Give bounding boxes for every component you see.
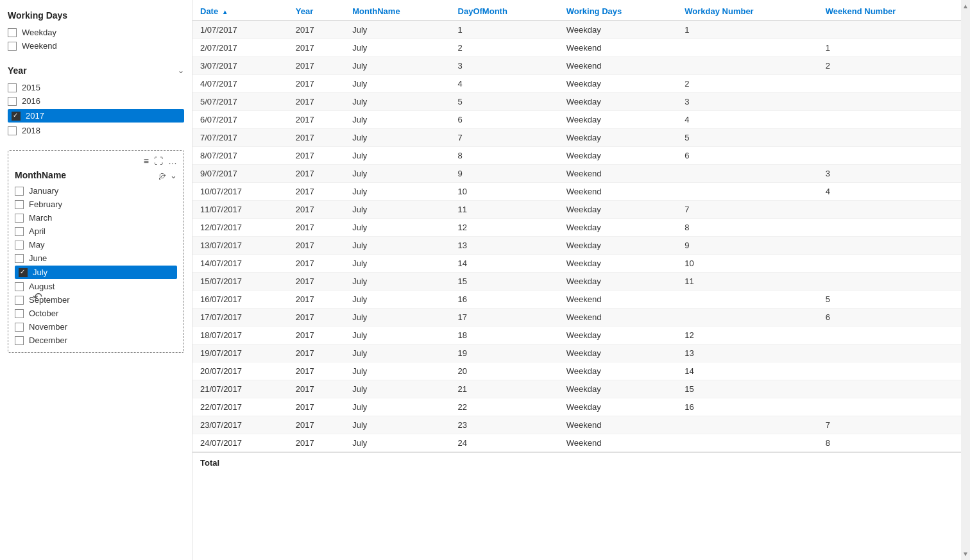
- year-2016-checkbox[interactable]: [8, 97, 17, 106]
- table-cell: 3: [677, 93, 818, 111]
- table-cell: 19: [450, 344, 559, 362]
- table-footer: Total: [192, 452, 961, 473]
- month-july[interactable]: July: [15, 266, 177, 279]
- table-cell: 16/07/2017: [192, 291, 288, 309]
- table-cell: Weekday: [559, 147, 677, 165]
- year-item-2016[interactable]: 2016: [8, 94, 184, 108]
- weekend-checkbox[interactable]: [8, 42, 17, 51]
- year-filter-header: Year ⌄: [8, 65, 184, 76]
- month-may[interactable]: May: [15, 238, 177, 251]
- table-cell: 12: [450, 219, 559, 237]
- year-2015-checkbox[interactable]: [8, 83, 17, 92]
- col-date[interactable]: Date ▲: [192, 0, 288, 21]
- table-cell: Weekday: [559, 93, 677, 111]
- table-cell: July: [345, 57, 450, 75]
- table-cell: Weekend: [559, 309, 677, 327]
- august-checkbox[interactable]: [15, 282, 24, 291]
- february-checkbox[interactable]: [15, 200, 24, 209]
- november-checkbox[interactable]: [15, 323, 24, 332]
- table-cell: [818, 111, 961, 129]
- total-workingdays: [559, 452, 677, 473]
- july-checkbox[interactable]: [19, 268, 28, 277]
- scroll-up-arrow[interactable]: ▲: [961, 1, 970, 11]
- month-dropdown-arrow[interactable]: ⌄: [170, 171, 177, 180]
- year-item-2018[interactable]: 2018: [8, 124, 184, 137]
- table-row: 6/07/20172017July6Weekday4: [192, 111, 961, 129]
- table-cell: 8/07/2017: [192, 147, 288, 165]
- march-checkbox[interactable]: [15, 214, 24, 223]
- table-cell: 1: [818, 39, 961, 57]
- table-cell: 9/07/2017: [192, 165, 288, 183]
- table-cell: 2017: [288, 309, 345, 327]
- month-april[interactable]: April: [15, 225, 177, 238]
- month-september[interactable]: September: [15, 293, 177, 307]
- col-dayofmonth[interactable]: DayOfMonth: [450, 0, 559, 21]
- col-monthname[interactable]: MonthName: [345, 0, 450, 21]
- april-checkbox[interactable]: [15, 227, 24, 236]
- table-row: 5/07/20172017July5Weekday3: [192, 93, 961, 111]
- table-cell: [818, 237, 961, 255]
- table-cell: [677, 309, 818, 327]
- september-checkbox[interactable]: [15, 296, 24, 305]
- table-cell: July: [345, 362, 450, 380]
- weekend-checkbox-item[interactable]: Weekend: [8, 39, 184, 53]
- table-cell: 6: [677, 147, 818, 165]
- table-cell: [818, 344, 961, 362]
- table-cell: 4: [677, 111, 818, 129]
- table-cell: [818, 273, 961, 291]
- table-cell: 6: [818, 309, 961, 327]
- table-row: 21/07/20172017July21Weekday15: [192, 380, 961, 398]
- year-item-2015[interactable]: 2015: [8, 81, 184, 94]
- month-august[interactable]: August ↶: [15, 280, 177, 293]
- table-cell: 2017: [288, 434, 345, 453]
- table-cell: 22: [450, 398, 559, 416]
- year-2017-checkbox[interactable]: [12, 112, 21, 121]
- table-row: 10/07/20172017July10Weekend4: [192, 183, 961, 201]
- table-cell: 18/07/2017: [192, 327, 288, 344]
- month-october[interactable]: October: [15, 307, 177, 320]
- table-cell: Weekday: [559, 219, 677, 237]
- year-dropdown-arrow[interactable]: ⌄: [178, 66, 184, 75]
- table-cell: 2: [450, 39, 559, 57]
- weekday-label: Weekday: [22, 28, 56, 37]
- table-cell: July: [345, 255, 450, 273]
- col-weekendnumber[interactable]: Weekend Number: [818, 0, 961, 21]
- october-checkbox[interactable]: [15, 309, 24, 318]
- month-march[interactable]: March: [15, 211, 177, 225]
- clear-icon[interactable]: ⌮: [158, 171, 166, 180]
- table-cell: July: [345, 416, 450, 434]
- table-row: 14/07/20172017July14Weekday10: [192, 255, 961, 273]
- table-cell: July: [345, 147, 450, 165]
- table-cell: 1: [677, 21, 818, 39]
- col-workdaynumber[interactable]: Workday Number: [677, 0, 818, 21]
- filter-icon[interactable]: ≡: [144, 156, 149, 166]
- table-cell: 18: [450, 327, 559, 344]
- december-checkbox[interactable]: [15, 336, 24, 345]
- weekday-checkbox-item[interactable]: Weekday: [8, 26, 184, 39]
- month-june[interactable]: June: [15, 251, 177, 265]
- month-november[interactable]: November: [15, 320, 177, 334]
- january-checkbox[interactable]: [15, 187, 24, 196]
- col-workingdays[interactable]: Working Days: [559, 0, 677, 21]
- may-checkbox[interactable]: [15, 241, 24, 250]
- col-year[interactable]: Year: [288, 0, 345, 21]
- weekday-checkbox[interactable]: [8, 28, 17, 37]
- total-row: Total: [192, 452, 961, 473]
- year-item-2017[interactable]: 2017: [8, 109, 184, 123]
- table-cell: 13/07/2017: [192, 237, 288, 255]
- june-checkbox[interactable]: [15, 254, 24, 263]
- month-december[interactable]: December: [15, 334, 177, 347]
- month-february[interactable]: February: [15, 198, 177, 211]
- scroll-down-arrow[interactable]: ▼: [961, 549, 970, 559]
- view-icon[interactable]: ⛶: [154, 156, 163, 166]
- table-cell: 7: [677, 201, 818, 219]
- month-january[interactable]: January: [15, 184, 177, 198]
- table-header-row: Date ▲ Year MonthName DayOfMonth Working…: [192, 0, 961, 21]
- more-icon[interactable]: …: [168, 156, 177, 166]
- table-cell: July: [345, 237, 450, 255]
- right-scrollbar[interactable]: ▲ ▼: [961, 0, 970, 560]
- table-cell: 1: [450, 21, 559, 39]
- year-2015-label: 2015: [22, 83, 40, 92]
- table-cell: [818, 75, 961, 93]
- year-2018-checkbox[interactable]: [8, 126, 17, 135]
